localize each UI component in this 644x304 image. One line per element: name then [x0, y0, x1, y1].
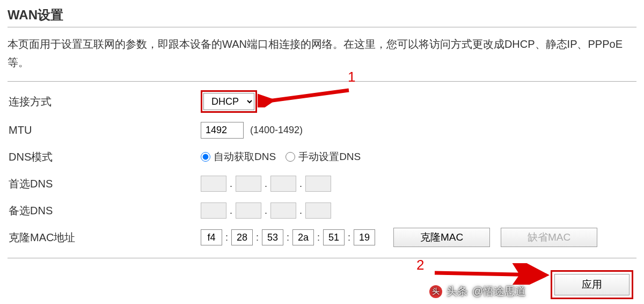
secondary-dns-3 [270, 202, 296, 219]
connection-select[interactable]: DHCP [203, 93, 254, 110]
primary-dns-1 [201, 176, 226, 192]
label-mtu: MTU [8, 124, 201, 136]
mac-6[interactable] [354, 229, 375, 245]
mac-colon: : [316, 232, 321, 243]
apply-button[interactable]: 应用 [554, 274, 630, 295]
row-primary-dns: 首选DNS . . . [8, 174, 636, 193]
page-title: WAN设置 [8, 6, 636, 24]
watermark-prefix: 头条 [447, 284, 468, 299]
radio-manual-dns-label: 手动设置DNS [298, 150, 361, 164]
watermark: 头 头条 @悟途思道 [429, 284, 526, 299]
clone-mac-button[interactable]: 克隆MAC [393, 228, 490, 247]
annotation-marker-2: 2 [416, 257, 424, 273]
mac-colon: : [286, 232, 290, 243]
mac-3[interactable] [262, 229, 283, 245]
default-mac-button[interactable]: 缺省MAC [501, 228, 597, 247]
primary-dns-2 [236, 176, 261, 192]
label-clone-mac: 克隆MAC地址 [8, 230, 201, 245]
highlight-box-2: 应用 [551, 270, 633, 299]
mac-1[interactable] [201, 229, 222, 245]
secondary-dns-1 [201, 202, 226, 219]
ip-dot: . [229, 178, 233, 190]
divider-bottom [8, 258, 636, 258]
row-mtu: MTU (1400-1492) [8, 120, 636, 140]
page-description: 本页面用于设置互联网的参数，即跟本设备的WAN端口相连接的网络。在这里，您可以将… [8, 35, 636, 71]
primary-dns-3 [270, 176, 296, 192]
radio-auto-dns-label: 自动获取DNS [214, 150, 276, 164]
divider-form-top [8, 81, 636, 82]
divider-top [8, 27, 636, 27]
row-secondary-dns: 备选DNS . . . [8, 201, 636, 220]
mac-colon: : [224, 232, 229, 243]
ip-dot: . [264, 178, 268, 190]
mac-5[interactable] [323, 229, 345, 245]
ip-dot: . [264, 205, 268, 216]
ip-dot: . [298, 178, 303, 190]
mtu-hint: (1400-1492) [250, 125, 303, 136]
radio-manual-dns-input[interactable] [286, 152, 295, 162]
watermark-icon: 头 [429, 285, 442, 298]
label-dns-mode: DNS模式 [8, 150, 201, 164]
row-clone-mac: 克隆MAC地址 : : : : : 克隆MAC 缺省MAC [8, 228, 636, 247]
mac-colon: : [255, 232, 260, 243]
label-secondary-dns: 备选DNS [8, 204, 201, 218]
label-primary-dns: 首选DNS [8, 177, 201, 191]
ip-dot: . [298, 205, 303, 216]
mac-2[interactable] [231, 229, 253, 245]
radio-manual-dns[interactable]: 手动设置DNS [286, 150, 361, 164]
watermark-author: @悟途思道 [472, 284, 526, 299]
secondary-dns-2 [236, 202, 261, 219]
mac-colon: : [347, 232, 352, 243]
annotation-marker-1: 1 [348, 69, 355, 85]
mtu-input[interactable] [201, 122, 244, 139]
label-connection: 连接方式 [8, 95, 201, 109]
radio-auto-dns[interactable]: 自动获取DNS [201, 150, 276, 164]
apply-row: 应用 [8, 270, 636, 299]
radio-auto-dns-input[interactable] [201, 152, 210, 162]
highlight-box-1: DHCP [201, 90, 257, 113]
primary-dns-4 [305, 176, 331, 192]
row-connection: 连接方式 DHCP [8, 90, 636, 113]
secondary-dns-4 [305, 202, 331, 219]
ip-dot: . [229, 205, 233, 216]
row-dns-mode: DNS模式 自动获取DNS 手动设置DNS [8, 147, 636, 167]
mac-4[interactable] [292, 229, 314, 245]
